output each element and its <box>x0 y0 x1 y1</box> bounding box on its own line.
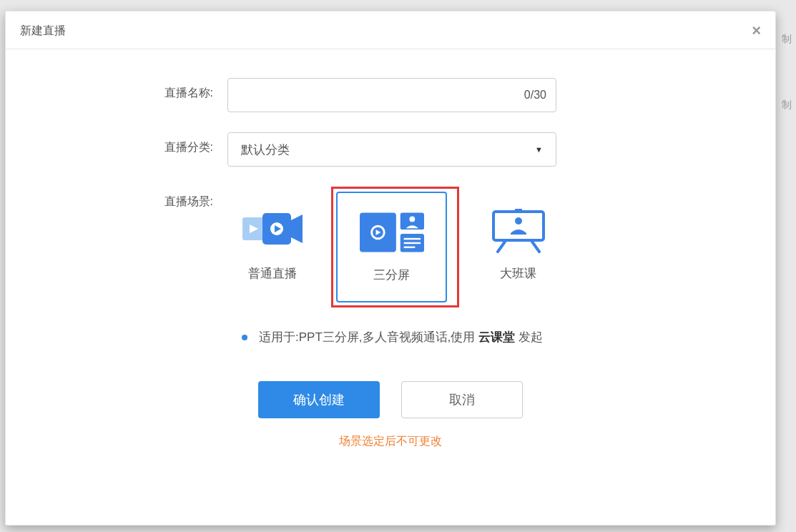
label-live-name: 直播名称: <box>20 78 227 108</box>
scene-card-normal[interactable]: 普通直播 <box>220 190 324 301</box>
row-live-category: 直播分类: 默认分类 ▼ <box>20 132 761 167</box>
svg-rect-13 <box>403 242 420 244</box>
svg-rect-12 <box>403 238 420 240</box>
svg-point-17 <box>515 217 522 225</box>
button-row: 确认创建 取消 <box>20 381 761 418</box>
bullet-icon <box>242 335 247 340</box>
triple-screen-icon <box>360 211 424 254</box>
category-selected-value: 默认分类 <box>241 142 290 158</box>
scene-label-triple: 三分屏 <box>373 267 410 283</box>
category-select[interactable]: 默认分类 ▼ <box>227 132 556 167</box>
warning-text: 场景选定后不可更改 <box>20 434 761 449</box>
live-name-input[interactable] <box>227 78 556 112</box>
hint-text: 适用于:PPT三分屏,多人音视频通话,使用 云课堂 发起 <box>259 329 543 345</box>
confirm-button[interactable]: 确认创建 <box>258 381 380 418</box>
svg-rect-15 <box>493 212 544 240</box>
modal-body: 直播名称: 0/30 直播分类: 默认分类 ▼ 直播场景: <box>6 49 775 463</box>
scene-label-bigclass: 大班课 <box>500 265 536 282</box>
modal-title: 新建直播 <box>20 24 66 39</box>
highlight-selected: 三分屏 <box>331 187 459 307</box>
row-live-scene: 直播场景: <box>20 187 761 307</box>
bg-text: 制 <box>782 99 792 112</box>
cancel-button[interactable]: 取消 <box>401 381 523 418</box>
char-count: 0/30 <box>524 89 546 102</box>
bg-text: 制 <box>782 33 792 46</box>
scene-label-normal: 普通直播 <box>248 265 297 282</box>
whiteboard-icon <box>486 210 551 252</box>
row-live-name: 直播名称: 0/30 <box>20 78 761 112</box>
svg-line-19 <box>532 242 539 252</box>
svg-point-10 <box>409 217 415 222</box>
svg-rect-16 <box>515 209 522 213</box>
svg-line-18 <box>498 242 505 252</box>
create-live-modal: 新建直播 × 直播名称: 0/30 直播分类: 默认分类 ▼ 直播场景: <box>5 11 776 526</box>
scene-options: 普通直播 <box>220 187 577 307</box>
chevron-down-icon: ▼ <box>535 145 543 154</box>
hint-row: 适用于:PPT三分屏,多人音视频通话,使用 云课堂 发起 <box>20 329 761 345</box>
svg-marker-3 <box>291 215 303 243</box>
svg-rect-14 <box>403 247 415 248</box>
modal-header: 新建直播 × <box>6 11 775 49</box>
label-live-category: 直播分类: <box>20 132 227 162</box>
label-live-scene: 直播场景: <box>20 187 227 217</box>
scene-card-triple[interactable]: 三分屏 <box>336 192 447 302</box>
scene-card-bigclass[interactable]: 大班课 <box>466 190 570 301</box>
close-icon[interactable]: × <box>752 23 761 39</box>
camera-icon <box>240 210 305 252</box>
